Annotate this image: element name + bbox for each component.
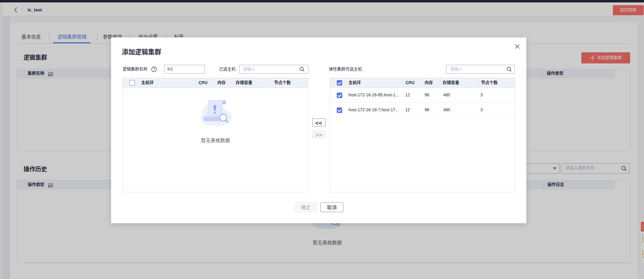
- svg-text:?: ?: [153, 68, 155, 71]
